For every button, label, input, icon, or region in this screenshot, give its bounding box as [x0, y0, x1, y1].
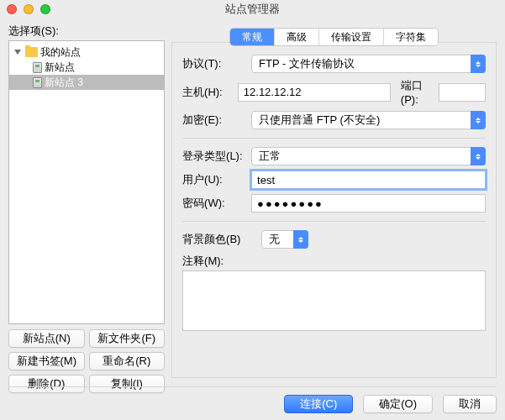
host-input[interactable]: [238, 83, 391, 102]
new-folder-button[interactable]: 新文件夹(F): [89, 329, 166, 348]
connect-button[interactable]: 连接(C): [284, 395, 353, 413]
chevron-updown-icon: [293, 230, 308, 249]
cancel-button[interactable]: 取消: [443, 395, 497, 413]
tree-site-item[interactable]: 新站点: [9, 60, 164, 75]
divider: [182, 221, 486, 222]
tree-site-item[interactable]: 新站点 3: [9, 75, 164, 90]
tree-item-label: 新站点: [45, 60, 75, 75]
chevron-updown-icon: [471, 111, 486, 129]
disclosure-triangle-icon[interactable]: [14, 50, 21, 55]
ok-button[interactable]: 确定(O): [363, 395, 433, 413]
tab-charset[interactable]: 字符集: [384, 29, 438, 45]
divider: [182, 138, 486, 139]
host-label: 主机(H):: [182, 85, 234, 100]
tab-advanced[interactable]: 高级: [275, 29, 319, 45]
port-input[interactable]: [439, 83, 486, 102]
tab-bar: 常规 高级 传输设置 字符集: [171, 29, 497, 45]
tab-transfer[interactable]: 传输设置: [319, 29, 384, 45]
logon-type-value: 正常: [251, 147, 486, 165]
logon-type-label: 登录类型(L):: [182, 149, 248, 164]
password-label: 密码(W):: [182, 196, 248, 211]
chevron-updown-icon: [471, 55, 486, 73]
protocol-label: 协议(T):: [182, 56, 248, 71]
tree-item-label: 新站点 3: [45, 76, 83, 90]
server-icon: [33, 77, 42, 88]
port-label: 端口(P):: [401, 78, 432, 106]
new-bookmark-button[interactable]: 新建书签(M): [8, 352, 85, 370]
window-title: 站点管理器: [0, 2, 505, 17]
dialog-button-bar: 连接(C) 确定(O) 取消: [0, 386, 497, 413]
site-tree[interactable]: 我的站点 新站点 新站点 3: [8, 40, 165, 324]
chevron-updown-icon: [471, 147, 486, 165]
password-input[interactable]: ●●●●●●●●: [251, 194, 486, 213]
logon-type-select[interactable]: 正常: [251, 147, 486, 165]
settings-panel: 协议(T): FTP - 文件传输协议 主机(H): 端口(P): 加密(E):…: [171, 42, 497, 378]
new-site-button[interactable]: 新站点(N): [8, 329, 85, 348]
encryption-value: 只使用普通 FTP (不安全): [251, 111, 486, 129]
select-entry-label: 选择项(S):: [8, 24, 165, 39]
tab-general[interactable]: 常规: [230, 29, 275, 45]
encryption-select[interactable]: 只使用普通 FTP (不安全): [251, 111, 486, 129]
tree-root-item[interactable]: 我的站点: [9, 45, 164, 60]
user-input[interactable]: [251, 171, 486, 189]
protocol-value: FTP - 文件传输协议: [251, 55, 486, 73]
encryption-label: 加密(E):: [182, 113, 248, 128]
window-titlebar: 站点管理器: [0, 0, 505, 18]
folder-icon: [25, 47, 38, 57]
rename-button[interactable]: 重命名(R): [89, 352, 166, 370]
background-color-label: 背景颜色(B): [182, 232, 258, 247]
background-color-select[interactable]: 无: [261, 230, 308, 249]
tree-root-label: 我的站点: [40, 45, 81, 60]
protocol-select[interactable]: FTP - 文件传输协议: [251, 55, 486, 73]
comment-label: 注释(M):: [182, 254, 248, 269]
server-icon: [33, 62, 42, 73]
comment-textarea[interactable]: [182, 270, 486, 331]
user-label: 用户(U):: [182, 172, 248, 187]
